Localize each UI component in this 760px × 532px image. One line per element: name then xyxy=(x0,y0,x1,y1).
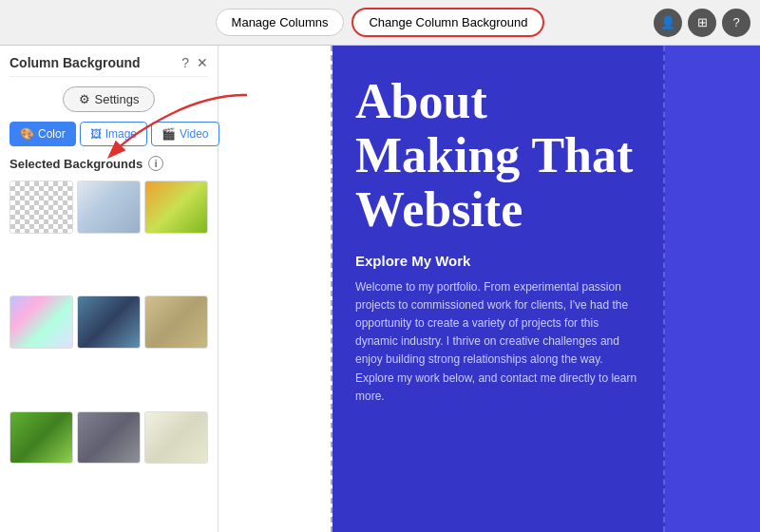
panel-help-icon[interactable]: ? xyxy=(181,55,189,70)
color-tab[interactable]: 🎨 Color xyxy=(10,122,76,146)
bg-none-thumb[interactable] xyxy=(10,180,73,234)
main-subtitle: Explore My Work xyxy=(355,253,640,269)
image-tab-icon: 🖼 xyxy=(90,127,102,141)
bg-fruit-thumb[interactable] xyxy=(144,180,208,234)
bg-product-thumb[interactable] xyxy=(144,411,208,465)
settings-label: Settings xyxy=(95,92,140,106)
grid-icon-button[interactable]: ⊞ xyxy=(688,9,716,37)
selected-backgrounds-label: Selected Backgrounds i xyxy=(10,156,208,171)
center-column: AboutMaking ThatWebsite Explore My Work … xyxy=(332,46,665,532)
section-label-text: Selected Backgrounds xyxy=(10,157,142,171)
bg-sand-thumb[interactable] xyxy=(144,295,208,349)
video-tab-icon: 🎬 xyxy=(162,127,176,141)
panel-close-icon[interactable]: ✕ xyxy=(197,55,208,70)
settings-button[interactable]: ⚙ Settings xyxy=(63,86,156,112)
help-icon-button[interactable]: ? xyxy=(722,9,750,37)
background-grid xyxy=(10,180,208,522)
color-tab-label: Color xyxy=(38,127,66,141)
video-tab-label: Video xyxy=(180,127,208,141)
image-tab-label: Image xyxy=(105,127,137,141)
person-icon-button[interactable]: 👤 xyxy=(654,9,682,37)
main-title: AboutMaking ThatWebsite xyxy=(355,74,640,238)
bg-concrete-thumb[interactable] xyxy=(77,411,141,465)
settings-gear-icon: ⚙ xyxy=(79,92,90,106)
main-body: Welcome to my portfolio. From experiment… xyxy=(355,278,640,406)
color-tab-icon: 🎨 xyxy=(20,127,34,141)
change-column-background-button[interactable]: Change Column Background xyxy=(352,8,544,37)
top-bar: Manage Columns Change Column Background … xyxy=(0,0,760,46)
info-icon[interactable]: i xyxy=(148,156,163,171)
video-tab[interactable]: 🎬 Video xyxy=(151,122,218,146)
panel-title: Column Background xyxy=(10,55,141,70)
main-content: AboutMaking ThatWebsite Explore My Work … xyxy=(218,46,760,532)
column-background-panel: Column Background ? ✕ ⚙ Settings 🎨 Color… xyxy=(0,46,218,532)
bg-snow-thumb[interactable] xyxy=(77,180,141,234)
bg-green-thumb[interactable] xyxy=(10,411,73,465)
image-tab[interactable]: 🖼 Image xyxy=(80,122,147,146)
tab-row: 🎨 Color 🖼 Image 🎬 Video xyxy=(10,122,208,146)
top-icon-group: 👤 ⊞ ? xyxy=(654,9,750,37)
panel-header: Column Background ? ✕ xyxy=(10,55,208,77)
right-column xyxy=(665,46,760,532)
bg-sculpture-thumb[interactable] xyxy=(77,295,141,349)
left-column xyxy=(218,46,332,532)
bg-holographic-thumb[interactable] xyxy=(10,295,73,349)
manage-columns-button[interactable]: Manage Columns xyxy=(216,9,345,36)
panel-header-icons: ? ✕ xyxy=(181,55,208,70)
